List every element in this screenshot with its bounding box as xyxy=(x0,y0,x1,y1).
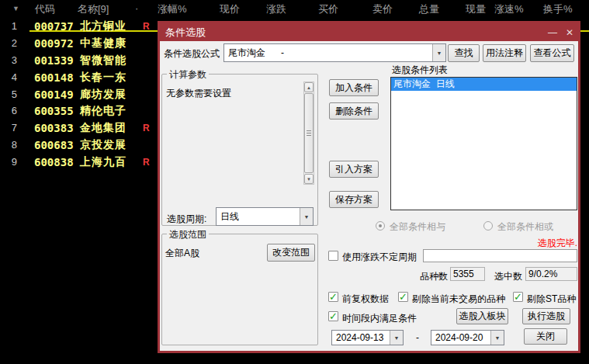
stock-code: 001339 xyxy=(34,54,74,67)
condition-picker-dialog: 条件选股 — ✕ 条件选股公式 尾市淘金 - ▼ 查找 用法注释 查看公式 计算… xyxy=(158,21,580,353)
margin-marker: R xyxy=(143,123,150,133)
row-index: 2 xyxy=(0,37,17,49)
stock-name: 金地集团 xyxy=(80,121,126,135)
chevron-down-icon[interactable]: ▼ xyxy=(490,331,504,345)
time-range-checkbox[interactable] xyxy=(328,311,338,321)
scope-value: 全部A股 xyxy=(165,247,199,260)
stock-code: 600683 xyxy=(34,139,74,151)
col-header-price[interactable]: 现价 xyxy=(220,2,240,16)
end-date-combobox[interactable]: 2024-09-20 ▼ xyxy=(431,330,504,345)
usage-notes-button[interactable]: 用法注释 xyxy=(483,44,526,62)
period-value: 日线 xyxy=(217,210,300,224)
period-combobox[interactable]: 日线 ▼ xyxy=(216,207,314,226)
condition-listbox[interactable]: 尾市淘金 日线 xyxy=(390,77,577,210)
stock-code: 600838 xyxy=(34,156,74,168)
row-index: 1 xyxy=(0,20,17,32)
thumb-grip-icon xyxy=(307,130,311,136)
end-date-value: 2024-09-20 xyxy=(431,332,490,343)
variable-period-input[interactable] xyxy=(423,249,577,262)
dialog-titlebar[interactable]: 条件选股 — ✕ xyxy=(160,23,578,41)
calc-params-group: 计算参数 无参数需要设置 ▲ ▼ 选股周期: 日线 ▼ xyxy=(161,74,318,226)
col-header-cur-vol[interactable]: 现量 xyxy=(466,2,486,16)
col-header-volume[interactable]: 总量 xyxy=(419,2,439,16)
stock-name: 中基健康 xyxy=(80,36,126,50)
scrollbar-thumb[interactable] xyxy=(304,93,314,173)
col-header-change-pct[interactable]: 涨幅% xyxy=(158,2,187,16)
col-header-turnover[interactable]: 换手% xyxy=(543,2,573,16)
stock-code: 600149 xyxy=(34,88,74,101)
view-formula-button[interactable]: 查看公式 xyxy=(530,44,574,62)
stock-name: 廊坊发展 xyxy=(80,88,126,102)
stock-name: 京投发展 xyxy=(80,138,126,152)
row-index: 9 xyxy=(0,156,17,168)
stock-code: 600355 xyxy=(34,105,74,117)
selected-count-label: 选中数 xyxy=(494,270,522,283)
col-header-speed[interactable]: 涨速% xyxy=(494,2,524,16)
params-scrollbar[interactable]: ▲ ▼ xyxy=(303,81,314,185)
row-index: 6 xyxy=(0,105,17,116)
col-header-dot: · xyxy=(135,2,138,14)
all-and-radio-label: 全部条件相与 xyxy=(390,220,445,234)
margin-marker: R xyxy=(143,157,150,168)
formula-value: 尾市淘金 - xyxy=(224,47,432,60)
time-range-label: 时间段内满足条件 xyxy=(342,312,417,325)
stock-code: 000737 xyxy=(34,20,74,33)
condition-list-label: 选股条件列表 xyxy=(392,64,448,77)
remove-condition-button[interactable]: 删除条件 xyxy=(329,102,379,120)
close-button[interactable]: 关闭 xyxy=(524,328,567,345)
scope-group: 选股范围 全部A股 改变范围 xyxy=(161,234,318,345)
col-header-change[interactable]: 涨跌 xyxy=(266,2,286,16)
period-label: 选股周期: xyxy=(167,213,206,226)
change-scope-button[interactable]: 改变范围 xyxy=(267,244,315,262)
find-button[interactable]: 查找 xyxy=(448,44,480,62)
pick-to-block-button[interactable]: 选股入板块 xyxy=(456,308,508,324)
forward-adjusted-checkbox[interactable] xyxy=(328,292,338,302)
row-index: 8 xyxy=(0,139,17,151)
add-condition-button[interactable]: 加入条件 xyxy=(329,79,379,96)
chevron-down-icon[interactable]: ▼ xyxy=(432,44,445,61)
start-date-value: 2024-09-13 xyxy=(332,332,390,343)
scroll-up-icon[interactable]: ▲ xyxy=(304,82,314,92)
execute-pick-button[interactable]: 执行选股 xyxy=(522,308,570,324)
import-plan-button[interactable]: 引入方案 xyxy=(329,161,379,178)
close-icon[interactable]: ✕ xyxy=(561,27,578,38)
exclude-st-label: 剔除ST品种 xyxy=(527,293,576,306)
col-header-ask[interactable]: 卖价 xyxy=(372,2,393,16)
chevron-down-icon[interactable]: ▼ xyxy=(390,331,403,345)
stock-code: 000972 xyxy=(34,37,74,50)
exclude-untraded-label: 剔除当前未交易的品种 xyxy=(412,293,505,306)
formula-label: 条件选股公式 xyxy=(164,47,220,61)
col-header-bid[interactable]: 买价 xyxy=(318,2,338,16)
no-params-text: 无参数需要设置 xyxy=(166,87,231,100)
calc-params-group-title: 计算参数 xyxy=(167,68,209,81)
total-count-label: 品种数 xyxy=(420,270,448,283)
stock-name: 智微智能 xyxy=(80,54,126,68)
exclude-st-checkbox[interactable] xyxy=(513,292,523,302)
chevron-down-icon[interactable]: ▼ xyxy=(300,208,313,225)
formula-combobox[interactable]: 尾市淘金 - ▼ xyxy=(223,43,446,62)
col-header-code[interactable]: 代码 xyxy=(35,2,55,16)
variable-period-checkbox[interactable] xyxy=(328,251,338,261)
variable-period-label: 使用涨跌不定周期 xyxy=(342,251,417,264)
row-index: 3 xyxy=(0,54,17,66)
minimize-icon[interactable]: — xyxy=(544,27,561,38)
exclude-untraded-checkbox[interactable] xyxy=(398,292,408,302)
row-index: 5 xyxy=(0,88,17,100)
dialog-title: 条件选股 xyxy=(160,26,544,40)
start-date-combobox[interactable]: 2024-09-13 ▼ xyxy=(331,330,404,345)
sort-indicator-icon[interactable]: ▼ xyxy=(12,5,19,12)
stock-code: 600148 xyxy=(34,71,74,84)
save-plan-button[interactable]: 保存方案 xyxy=(329,191,379,208)
forward-adjusted-label: 前复权数据 xyxy=(342,293,389,306)
date-separator: - xyxy=(416,332,419,343)
scope-group-title: 选股范围 xyxy=(167,228,209,241)
all-and-radio[interactable] xyxy=(376,221,385,231)
condition-list-item[interactable]: 尾市淘金 日线 xyxy=(391,78,577,91)
all-or-radio[interactable] xyxy=(483,221,493,231)
stock-name: 长春一东 xyxy=(80,71,126,85)
total-count-value: 5355 xyxy=(450,267,485,281)
col-header-name[interactable]: 名称[9] xyxy=(78,2,109,16)
stock-name: 上海九百 xyxy=(80,155,126,169)
scroll-down-icon[interactable]: ▼ xyxy=(304,174,314,184)
stock-name: 北方铜业 xyxy=(80,19,126,33)
